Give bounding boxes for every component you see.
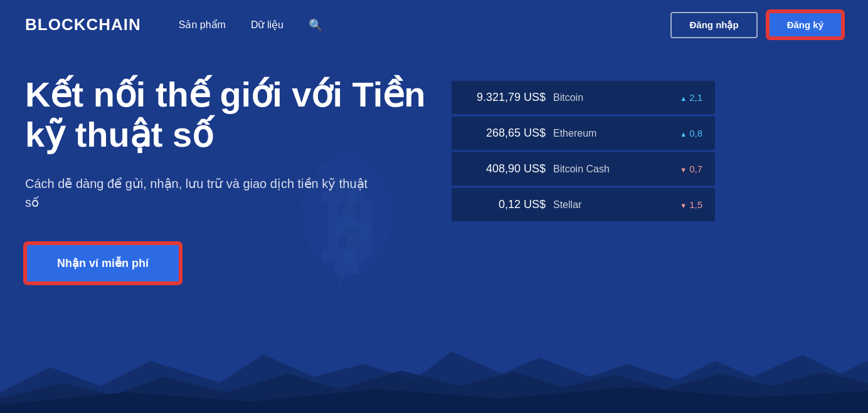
- price-table: 9.321,79 US$ Bitcoin 2,1 268,65 US$ Ethe…: [452, 75, 715, 413]
- hero-section: ₿ Kết nối thế giới với Tiền kỹ thuật số …: [0, 50, 868, 413]
- crypto-name: Stellar: [553, 199, 672, 211]
- logo: BLOCKCHAIN: [25, 15, 141, 34]
- get-wallet-button[interactable]: Nhận ví miễn phí: [25, 243, 181, 283]
- hero-subtitle: Cách dễ dàng để gửi, nhận, lưu trữ và gi…: [25, 174, 376, 212]
- price-change: 1,5: [680, 199, 702, 210]
- nav-products[interactable]: Sản phẩm: [179, 19, 226, 31]
- price-row: 408,90 US$ Bitcoin Cash 0,7: [452, 152, 715, 186]
- arrow-up-icon: [680, 128, 687, 139]
- price-row: 268,65 US$ Ethereum 0,8: [452, 117, 715, 150]
- price-value: 268,65 US$: [464, 127, 546, 140]
- crypto-name: Bitcoin Cash: [553, 164, 672, 175]
- header-actions: Đăng nhập Đăng ký: [670, 11, 843, 38]
- crypto-name: Ethereum: [553, 128, 672, 139]
- arrow-down-icon: [680, 164, 687, 174]
- price-value: 408,90 US$: [464, 162, 546, 175]
- price-row: 9.321,79 US$ Bitcoin 2,1: [452, 81, 715, 114]
- search-icon[interactable]: 🔍: [309, 18, 322, 32]
- crypto-name: Bitcoin: [553, 92, 672, 103]
- price-value: 0,12 US$: [464, 198, 546, 211]
- header: BLOCKCHAIN Sản phẩm Dữ liệu 🔍 Đăng nhập …: [0, 0, 868, 50]
- hero-title: Kết nối thế giới với Tiền kỹ thuật số: [25, 75, 452, 155]
- arrow-up-icon: [680, 92, 687, 103]
- price-row: 0,12 US$ Stellar 1,5: [452, 188, 715, 221]
- arrow-down-icon: [680, 199, 687, 210]
- signup-button[interactable]: Đăng ký: [768, 11, 843, 38]
- navigation: Sản phẩm Dữ liệu 🔍: [179, 18, 671, 32]
- login-button[interactable]: Đăng nhập: [670, 12, 757, 38]
- nav-data[interactable]: Dữ liệu: [251, 19, 283, 31]
- price-change: 0,8: [680, 128, 702, 139]
- price-change: 2,1: [680, 92, 702, 103]
- hero-content: Kết nối thế giới với Tiền kỹ thuật số Cá…: [25, 75, 452, 413]
- price-change: 0,7: [680, 164, 702, 174]
- price-value: 9.321,79 US$: [464, 91, 546, 104]
